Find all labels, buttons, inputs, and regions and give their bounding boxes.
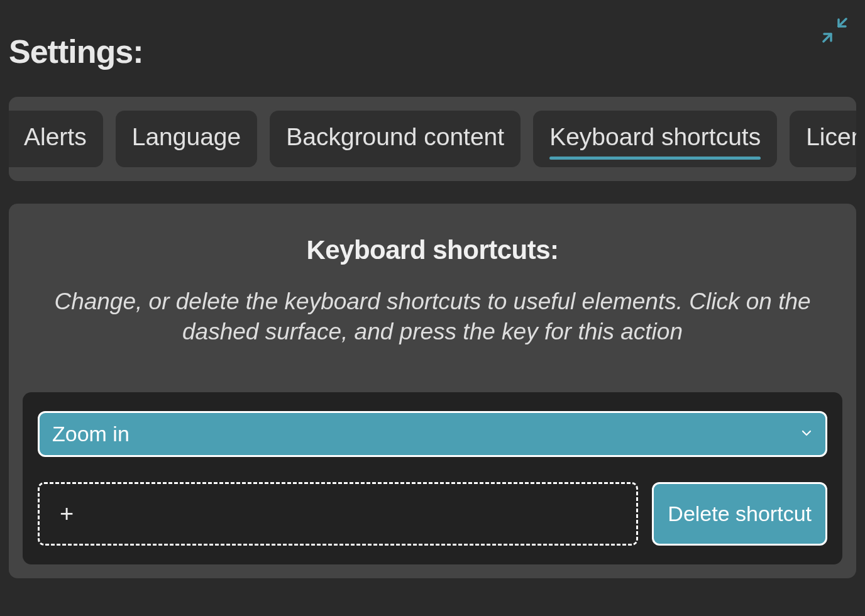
action-select-value: Zoom in [52, 422, 129, 446]
tabs-container: Alerts Language Background content Keybo… [9, 97, 856, 181]
tab-label: Alerts [24, 123, 87, 150]
settings-page: Settings: Alerts Language Background con… [0, 0, 865, 587]
minimize-icon[interactable] [822, 18, 847, 45]
shortcut-editor: Zoom in + Delete shortcut [23, 392, 842, 564]
shortcut-key-value: + [60, 500, 74, 527]
tab-language[interactable]: Language [116, 111, 258, 167]
tab-label: Language [132, 123, 241, 150]
chevron-down-icon [800, 427, 813, 442]
shortcut-key-input[interactable]: + [38, 482, 638, 546]
tab-keyboard-shortcuts[interactable]: Keyboard shortcuts [533, 111, 777, 167]
tab-background-content[interactable]: Background content [270, 111, 521, 167]
tab-label: Background content [286, 123, 504, 150]
delete-shortcut-button[interactable]: Delete shortcut [652, 482, 827, 546]
svg-line-0 [839, 19, 846, 26]
svg-line-1 [824, 34, 831, 41]
action-select[interactable]: Zoom in [38, 411, 827, 457]
tab-label: Licenses [806, 123, 856, 150]
page-title: Settings: [9, 0, 856, 97]
keyboard-shortcuts-panel: Keyboard shortcuts: Change, or delete th… [9, 204, 856, 578]
tab-label: Keyboard shortcuts [549, 123, 761, 150]
shortcut-row: + Delete shortcut [38, 482, 827, 546]
delete-shortcut-label: Delete shortcut [668, 502, 812, 526]
panel-description: Change, or delete the keyboard shortcuts… [23, 287, 842, 347]
tab-licenses[interactable]: Licenses [790, 111, 856, 167]
panel-title: Keyboard shortcuts: [23, 235, 842, 265]
tab-alerts[interactable]: Alerts [9, 111, 103, 167]
